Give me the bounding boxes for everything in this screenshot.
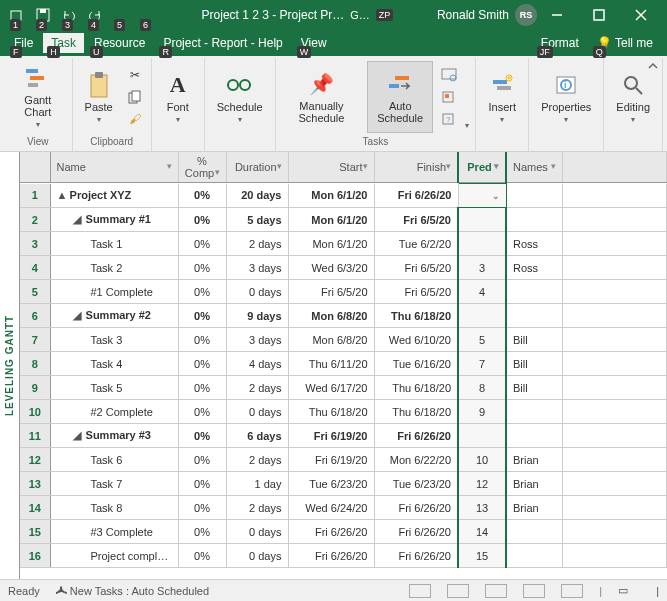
outline-toggle-icon[interactable]: ◢	[73, 309, 83, 322]
cell-name[interactable]: ▲ Project XYZ	[50, 184, 178, 208]
cell-resourcenames[interactable]: Brian	[506, 472, 562, 496]
cell-empty[interactable]	[562, 352, 667, 376]
menu-format[interactable]: FormatJF	[533, 33, 587, 53]
col-start-header[interactable]: Start▾	[288, 152, 374, 183]
cell-empty[interactable]	[562, 424, 667, 448]
qat-btn-undo[interactable]: 3	[58, 4, 80, 26]
maximize-button[interactable]	[579, 1, 619, 29]
row-header[interactable]: 10	[20, 400, 50, 424]
cell-name[interactable]: Task 2	[50, 256, 178, 280]
view-label-bar[interactable]: LEVELING GANTT	[0, 152, 20, 579]
menu-resource[interactable]: ResourceU	[86, 33, 153, 53]
cell-pctcomplete[interactable]: 0%	[178, 400, 226, 424]
cell-resourcenames[interactable]	[506, 544, 562, 568]
cell-start[interactable]: Thu 6/18/20	[288, 400, 374, 424]
cell-duration[interactable]: 5 days	[226, 208, 288, 232]
cell-start[interactable]: Fri 6/5/20	[288, 280, 374, 304]
row-header[interactable]: 8	[20, 352, 50, 376]
cell-duration[interactable]: 3 days	[226, 328, 288, 352]
outline-toggle-icon[interactable]: ▲	[57, 189, 67, 201]
cell-duration[interactable]: 1 day	[226, 472, 288, 496]
cell-start[interactable]: Mon 6/1/20	[288, 232, 374, 256]
cell-duration[interactable]: 2 days	[226, 232, 288, 256]
cell-start[interactable]: Fri 6/19/20	[288, 424, 374, 448]
cell-predecessors[interactable]: 9	[458, 400, 506, 424]
row-header[interactable]: 5	[20, 280, 50, 304]
cell-name[interactable]: #3 Complete	[50, 520, 178, 544]
cell-pctcomplete[interactable]: 0%	[178, 376, 226, 400]
cell-pctcomplete[interactable]: 0%	[178, 424, 226, 448]
cell-predecessors[interactable]: 4	[458, 280, 506, 304]
cell-start[interactable]: Wed 6/3/20	[288, 256, 374, 280]
cell-finish[interactable]: Fri 6/26/20	[374, 520, 458, 544]
view-shortcut-3[interactable]	[485, 584, 507, 598]
inspect-task-button[interactable]	[439, 65, 459, 85]
close-button[interactable]	[621, 1, 661, 29]
row-header[interactable]: 15	[20, 520, 50, 544]
row-header[interactable]: 9	[20, 376, 50, 400]
cell-finish[interactable]: Fri 6/5/20	[374, 280, 458, 304]
col-name-header[interactable]: Name▾	[50, 152, 178, 183]
cell-name[interactable]: ◢ Summary #1	[50, 208, 178, 232]
cell-name[interactable]: Project completed	[50, 544, 178, 568]
cell-predecessors[interactable]: 10	[458, 448, 506, 472]
cell-finish[interactable]: Thu 6/18/20	[374, 400, 458, 424]
cell-predecessors[interactable]: 3	[458, 256, 506, 280]
cell-duration[interactable]: 3 days	[226, 256, 288, 280]
cell-duration[interactable]: 4 days	[226, 352, 288, 376]
cell-pctcomplete[interactable]: 0%	[178, 496, 226, 520]
cell-finish[interactable]: Fri 6/26/20	[374, 424, 458, 448]
cell-finish[interactable]: Tue 6/2/20	[374, 232, 458, 256]
qat-btn-save[interactable]: 2	[32, 4, 54, 26]
col-finish-header[interactable]: Finish▾	[374, 152, 458, 183]
manually-schedule-button[interactable]: 📌 Manually Schedule	[282, 61, 362, 133]
cell-resourcenames[interactable]	[506, 424, 562, 448]
cell-start[interactable]: Mon 6/8/20	[288, 304, 374, 328]
view-shortcut-5[interactable]	[561, 584, 583, 598]
cell-predecessors[interactable]	[458, 232, 506, 256]
cell-pctcomplete[interactable]: 0%	[178, 232, 226, 256]
cell-empty[interactable]	[562, 376, 667, 400]
view-shortcut-4[interactable]	[523, 584, 545, 598]
cell-name[interactable]: Task 7	[50, 472, 178, 496]
cell-finish[interactable]: Fri 6/5/20	[374, 256, 458, 280]
cell-predecessors[interactable]	[458, 208, 506, 232]
cell-start[interactable]: Tue 6/23/20	[288, 472, 374, 496]
outline-toggle-icon[interactable]: ◢	[73, 429, 83, 442]
cell-finish[interactable]: Mon 6/22/20	[374, 448, 458, 472]
cell-resourcenames[interactable]	[506, 400, 562, 424]
qat-btn-redo[interactable]: 4	[84, 4, 106, 26]
menu-view[interactable]: ViewW	[293, 33, 335, 53]
auto-schedule-button[interactable]: Auto Schedule	[367, 61, 433, 133]
copy-button[interactable]	[125, 87, 145, 107]
cell-pctcomplete[interactable]: 0%	[178, 352, 226, 376]
cell-predecessors[interactable]: 14	[458, 520, 506, 544]
cell-name[interactable]: Task 1	[50, 232, 178, 256]
cell-pctcomplete[interactable]: 0%	[178, 184, 226, 208]
cell-pctcomplete[interactable]: 0%	[178, 280, 226, 304]
col-pctcomplete-header[interactable]: % Comp▾	[178, 152, 226, 183]
cell-empty[interactable]	[562, 256, 667, 280]
row-header[interactable]: 1	[20, 184, 50, 208]
qat-btn-5[interactable]: 5	[110, 4, 132, 26]
paste-button[interactable]: Paste ▾	[79, 61, 119, 133]
cell-finish[interactable]: Fri 6/26/20	[374, 184, 458, 208]
cell-pctcomplete[interactable]: 0%	[178, 472, 226, 496]
font-button[interactable]: A Font ▾	[158, 61, 198, 133]
view-shortcut-2[interactable]	[447, 584, 469, 598]
cell-predecessors[interactable]	[458, 304, 506, 328]
cell-finish[interactable]: Fri 6/26/20	[374, 496, 458, 520]
cell-empty[interactable]	[562, 232, 667, 256]
row-header[interactable]: 2	[20, 208, 50, 232]
cell-resourcenames[interactable]: Ross	[506, 256, 562, 280]
cell-pctcomplete[interactable]: 0%	[178, 208, 226, 232]
cell-finish[interactable]: Thu 6/18/20	[374, 304, 458, 328]
task-mode-button[interactable]: ?	[439, 109, 459, 129]
cell-start[interactable]: Fri 6/26/20	[288, 520, 374, 544]
cell-empty[interactable]	[562, 184, 667, 208]
cell-predecessors[interactable]: 12	[458, 472, 506, 496]
cell-resourcenames[interactable]: Bill	[506, 328, 562, 352]
col-predecessors-header[interactable]: Pred▾	[458, 152, 506, 183]
cell-resourcenames[interactable]: Bill	[506, 376, 562, 400]
cell-resourcenames[interactable]	[506, 208, 562, 232]
